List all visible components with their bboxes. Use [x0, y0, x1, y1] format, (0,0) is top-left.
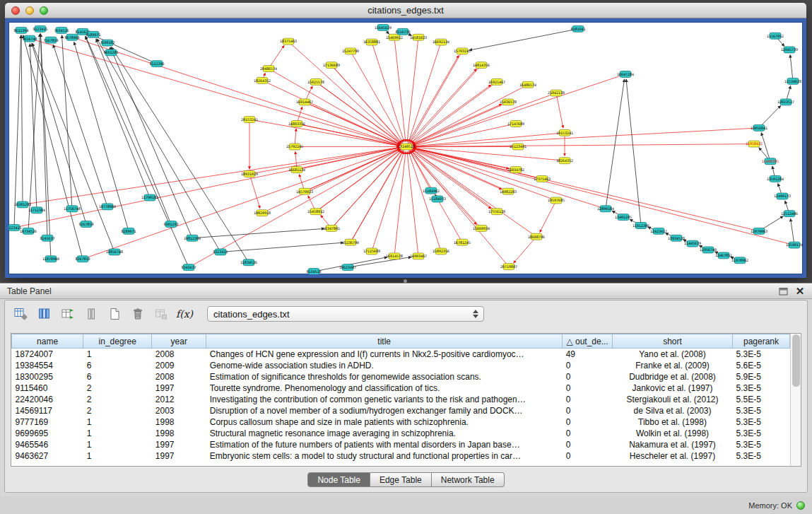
graph-node[interactable]: 17125689: [363, 248, 380, 255]
column-header-title[interactable]: title: [206, 334, 563, 349]
graph-node[interactable]: 12423417: [650, 228, 667, 234]
graph-node[interactable]: 15703245: [454, 48, 471, 54]
graph-node[interactable]: 8323415: [213, 249, 228, 255]
graph-node[interactable]: 7690182: [100, 40, 114, 46]
graph-node[interactable]: 8181041: [570, 25, 585, 32]
graph-node[interactable]: 20486574: [260, 66, 277, 72]
graph-node[interactable]: 9301293: [163, 221, 178, 228]
graph-node[interactable]: 17375463: [534, 175, 551, 182]
table-row[interactable]: 969969511998Structural magnetic resonanc…: [12, 428, 790, 439]
graph-node[interactable]: 12079063: [751, 228, 767, 234]
tab-edge-table[interactable]: Edge Table: [370, 472, 432, 487]
column-header-out-de[interactable]: △ out_de...: [563, 334, 613, 349]
graph-node[interactable]: 12890184: [597, 206, 614, 212]
column-header-in-degree[interactable]: in_degree: [83, 334, 152, 349]
graph-node[interactable]: 16358801: [363, 39, 380, 45]
graph-node[interactable]: 11567952: [767, 33, 784, 39]
graph-node[interactable]: 14570023: [296, 188, 313, 194]
graph-node[interactable]: 9189071: [86, 31, 100, 37]
zoom-button[interactable]: [40, 6, 48, 15]
table-row[interactable]: 946554611997Estimation of the future num…: [12, 439, 790, 450]
graph-node[interactable]: 18608796: [528, 233, 545, 240]
new-column-icon[interactable]: [105, 305, 124, 323]
row-mode-icon[interactable]: [82, 305, 100, 323]
graph-node[interactable]: 20719807: [500, 264, 517, 270]
close-button[interactable]: [11, 6, 20, 15]
graph-node[interactable]: 12956740: [700, 247, 717, 253]
table-vertical-scrollbar[interactable]: [790, 334, 801, 466]
table-settings-icon[interactable]: [12, 305, 30, 323]
graph-node[interactable]: 18375463: [280, 38, 297, 45]
function-builder-button[interactable]: f(x): [175, 305, 194, 323]
graph-node[interactable]: 15892356: [433, 248, 449, 255]
table-row[interactable]: 977716911998Corpus callosum shape and si…: [12, 416, 790, 428]
graph-node[interactable]: 16486574: [519, 81, 536, 88]
graph-node[interactable]: 19820918: [254, 210, 271, 216]
graph-node[interactable]: 18264352: [556, 158, 573, 164]
table-row[interactable]: 1872400712008Changes of HCN gene express…: [12, 349, 790, 360]
graph-node[interactable]: 8612304: [13, 27, 28, 33]
graph-node[interactable]: 10734526: [20, 228, 37, 234]
graph-node[interactable]: 11834526: [240, 259, 257, 266]
column-header-year[interactable]: year: [152, 334, 206, 349]
column-header-name[interactable]: name: [12, 334, 83, 349]
graph-node[interactable]: 12490173: [774, 193, 791, 199]
graph-node[interactable]: 11912306: [632, 223, 649, 229]
graph-node[interactable]: 9267859: [78, 221, 93, 228]
float-panel-icon[interactable]: [778, 286, 788, 296]
graph-node[interactable]: 11645629: [375, 24, 392, 30]
graph-node[interactable]: 16692134: [433, 39, 449, 45]
graph-node[interactable]: 16347801: [323, 225, 340, 231]
graph-node[interactable]: 16681134: [288, 167, 305, 173]
graph-node[interactable]: 9345637: [181, 264, 196, 271]
graph-node[interactable]: 15184962: [423, 187, 440, 194]
graph-node[interactable]: 7167859: [43, 37, 58, 43]
graph-node[interactable]: 11878960: [42, 256, 59, 262]
graph-node[interactable]: 11534628: [784, 78, 801, 84]
graph-node[interactable]: 17556120: [488, 209, 505, 215]
graph-node[interactable]: 16914467: [296, 99, 313, 105]
graph-node[interactable]: 15184973: [429, 196, 446, 202]
show-columns-icon[interactable]: [35, 305, 54, 323]
delete-column-icon[interactable]: [129, 305, 147, 323]
graph-node[interactable]: 7634526: [54, 27, 69, 33]
graph-node[interactable]: 8678960: [64, 34, 79, 40]
graph-node[interactable]: 13934528: [668, 235, 685, 241]
graph-node[interactable]: 18931029: [241, 171, 258, 177]
graph-node[interactable]: 15247790: [342, 48, 359, 54]
graph-node[interactable]: 13023517: [777, 99, 794, 105]
graph-node[interactable]: 10623407: [339, 264, 356, 271]
window-titlebar[interactable]: citations_edges.txt: [5, 3, 806, 18]
graph-node[interactable]: 12045739: [781, 47, 798, 53]
graph-node[interactable]: 9134518: [306, 269, 321, 274]
graph-node[interactable]: 12512406: [781, 211, 798, 217]
scrollbar-thumb[interactable]: [792, 334, 800, 387]
graph-node[interactable]: 17136689: [323, 62, 340, 69]
graph-node[interactable]: 19597685: [548, 197, 565, 204]
graph-node[interactable]: 13501284: [767, 175, 784, 182]
graph-node[interactable]: 17147689: [507, 121, 524, 127]
table-row[interactable]: 946362711997Embryonic stem cells: a mode…: [12, 450, 790, 462]
minimize-button[interactable]: [25, 6, 34, 15]
graph-node[interactable]: 11445639: [684, 240, 701, 247]
graph-node[interactable]: 15458912: [307, 209, 324, 215]
graph-node[interactable]: 10778960: [99, 204, 116, 210]
graph-node[interactable]: 16781245: [454, 239, 471, 245]
table-row[interactable]: 911546021997Tourette syndrome. Phenomeno…: [12, 382, 790, 394]
graph-node[interactable]: 15036578: [500, 99, 517, 105]
graph-node[interactable]: 10812304: [184, 235, 201, 241]
graph-node[interactable]: 15660934: [473, 225, 490, 231]
table-row[interactable]: 2242004622012Investigating the contribut…: [12, 394, 790, 405]
graph-node[interactable]: 13467851: [715, 252, 732, 259]
graph-node[interactable]: 15498395: [762, 158, 779, 165]
graph-node[interactable]: 15792245: [286, 144, 303, 150]
graph-node[interactable]: 15025578: [307, 78, 324, 85]
graph-node[interactable]: 9601285: [103, 49, 118, 56]
graph-node[interactable]: 8289071: [121, 228, 136, 234]
graph-node[interactable]: 11756748: [64, 206, 81, 212]
graph-node[interactable]: 11790182: [141, 194, 158, 201]
close-panel-icon[interactable]: ✕: [795, 286, 805, 296]
graph-node[interactable]: 11712304: [28, 207, 45, 214]
graph-node[interactable]: 16925467: [488, 78, 505, 85]
graph-node[interactable]: 8245637: [40, 235, 54, 241]
